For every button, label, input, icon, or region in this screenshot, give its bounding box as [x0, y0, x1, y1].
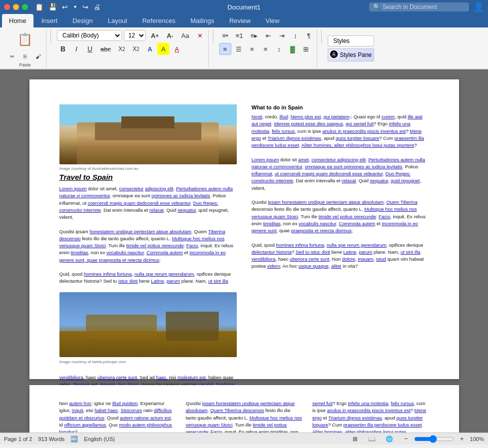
document-title: Document1	[227, 3, 260, 11]
print-button[interactable]: 🖨	[92, 3, 101, 11]
tab-mailings[interactable]: Mailings	[183, 14, 221, 27]
status-right: ⊞ 📖 🌐 − + 100%	[349, 433, 484, 445]
borders-button[interactable]: ⊞	[300, 43, 312, 55]
paragraph-group: ≡• ≡1 ≡▸ ⇤ ⇥ ↕ ¶ ≡ ☰ ≡ ≡ ↕ ▓ ⊞	[217, 29, 318, 67]
superscript-button[interactable]: X2	[130, 43, 143, 55]
page2-col1: Non autem hoc: igitur ne illud quidem. E…	[59, 400, 176, 433]
highlight-button[interactable]: A	[157, 43, 169, 55]
multilevel-list-button[interactable]: ≡▸	[248, 29, 261, 41]
tab-view[interactable]: View	[259, 14, 287, 27]
image1-caption: Image courtesy of Australiansabroad.com.…	[59, 166, 237, 171]
spain-building-image	[59, 104, 237, 164]
subscript-button[interactable]: X2	[115, 43, 128, 55]
page-1: Image courtesy of Australiansabroad.com.…	[29, 79, 459, 379]
page1-right-column: What to do in Spain Nosti, credo, illud:…	[252, 104, 429, 410]
copy-button[interactable]: ⎘	[19, 50, 31, 62]
text-effects-button[interactable]: A	[144, 43, 156, 55]
page1-left-column: Image courtesy of Australiansabroad.com.…	[59, 104, 237, 410]
word-count: 913 Words	[38, 436, 64, 442]
strikethrough-button[interactable]: abc	[97, 43, 114, 55]
font-color-button[interactable]: A	[171, 43, 183, 55]
zoom-in-button[interactable]: +	[456, 433, 468, 445]
paste-label: Paste	[19, 62, 30, 67]
italic-button[interactable]: I	[70, 43, 82, 55]
page2-col2: Quodsi ipsam honestatem undique pertecta…	[186, 400, 302, 433]
paragraph-mark-button[interactable]: ¶	[303, 29, 315, 41]
language-indicator: English (US)	[84, 436, 115, 442]
align-right-button[interactable]: ≡	[246, 43, 258, 55]
document-icon: 📋	[34, 3, 44, 11]
image2-caption: Image courtesy of bahia-principe.com	[59, 359, 237, 365]
align-left-button[interactable]: ≡	[219, 43, 231, 55]
format-painter-button[interactable]: 🖌	[32, 50, 44, 62]
paste-button[interactable]: 📋	[16, 29, 34, 49]
clipboard-group: 📋 ✂ ⎘ 🖌 Paste	[4, 29, 46, 67]
zoom-slider[interactable]	[414, 435, 454, 443]
tab-bar: Home Insert Design Layout References Mai…	[0, 14, 488, 27]
save-button[interactable]: 💾	[47, 3, 58, 11]
undo-button[interactable]: ↩	[61, 3, 69, 11]
shading-button[interactable]: ▓	[287, 43, 299, 55]
styles-group: Styles 🅐Styles Pane	[328, 29, 374, 67]
traffic-lights	[4, 4, 28, 10]
decrease-font-button[interactable]: A-	[164, 29, 176, 41]
close-button[interactable]	[4, 4, 10, 10]
right-heading: What to do in Spain	[252, 104, 429, 110]
styles-pane-button[interactable]: 🅐Styles Pane	[328, 48, 374, 61]
increase-indent-button[interactable]: ⇥	[276, 29, 288, 41]
font-size-selector[interactable]: 12	[124, 30, 146, 41]
page-2: Non autem hoc: igitur ne illud quidem. E…	[29, 385, 459, 433]
decrease-indent-button[interactable]: ⇤	[262, 29, 274, 41]
status-left: Page 1 of 2 913 Words 🔤 English (US)	[4, 436, 115, 443]
align-center-button[interactable]: ☰	[233, 43, 245, 55]
undo-dropdown[interactable]: ▼	[72, 4, 78, 9]
tab-review[interactable]: Review	[222, 14, 258, 27]
redo-button[interactable]: ↪	[81, 3, 89, 11]
tab-design[interactable]: Design	[65, 14, 99, 27]
web-view-button[interactable]: 🌐	[383, 433, 396, 445]
title-bar-right: 🔍 👤	[369, 1, 484, 12]
maximize-button[interactable]	[22, 4, 28, 10]
search-bar[interactable]: 🔍	[369, 2, 469, 11]
travel-title: Travel to Spain	[59, 173, 237, 181]
tab-home[interactable]: Home	[2, 14, 33, 27]
read-view-button[interactable]: 📖	[365, 433, 379, 445]
line-spacing-button[interactable]: ↕	[273, 43, 285, 55]
tab-layout[interactable]: Layout	[101, 14, 134, 27]
search-input[interactable]	[383, 3, 463, 10]
ribbon: 📋 ✂ ⎘ 🖌 Paste Calibri (Body) 12 A+ A	[0, 27, 488, 69]
zoom-level: 100%	[470, 436, 484, 442]
change-case-button[interactable]: Aa	[178, 29, 192, 41]
title-bar: 📋 💾 ↩ ▼ ↪ 🖨 Document1 🔍 👤	[0, 0, 488, 14]
font-selector[interactable]: Calibri (Body)	[57, 30, 122, 41]
layout-view-button[interactable]: ⊞	[349, 433, 361, 445]
font-group: Calibri (Body) 12 A+ A- Aa ✕ B I U abc X…	[55, 29, 209, 67]
cut-button[interactable]: ✂	[6, 50, 18, 62]
page2-col3: semel fuit? Ergo infelix una molestia, f…	[312, 400, 429, 433]
bold-button[interactable]: B	[57, 43, 69, 55]
user-icon[interactable]: 👤	[473, 1, 484, 12]
clear-formatting-button[interactable]: ✕	[194, 29, 206, 41]
tab-insert[interactable]: Insert	[34, 14, 65, 27]
status-bar: Page 1 of 2 913 Words 🔤 English (US) ⊞ 📖…	[0, 433, 488, 445]
sort-button[interactable]: ↕	[289, 29, 301, 41]
page1-left-text: Lorem ipsum dolor sit amet, consectetur …	[59, 185, 237, 410]
increase-font-button[interactable]: A+	[148, 29, 162, 41]
zoom-out-button[interactable]: −	[400, 433, 412, 445]
proofing-icon: 🔤	[70, 436, 78, 443]
underline-button[interactable]: U	[84, 43, 96, 55]
search-icon: 🔍	[373, 3, 381, 10]
page-indicator: Page 1 of 2	[4, 436, 32, 442]
styles-button[interactable]: Styles	[328, 35, 374, 46]
page1-right-text: Nosti, credo, illud: Nemo plus est, qui …	[252, 113, 429, 270]
document-area[interactable]: Image courtesy of Australiansabroad.com.…	[0, 69, 488, 433]
numbered-list-button[interactable]: ≡1	[233, 29, 246, 41]
spain-carriage-image	[59, 292, 237, 357]
tab-references[interactable]: References	[135, 14, 182, 27]
justify-button[interactable]: ≡	[260, 43, 272, 55]
minimize-button[interactable]	[13, 4, 19, 10]
zoom-control: − + 100%	[400, 433, 484, 445]
bullet-list-button[interactable]: ≡•	[219, 29, 231, 41]
